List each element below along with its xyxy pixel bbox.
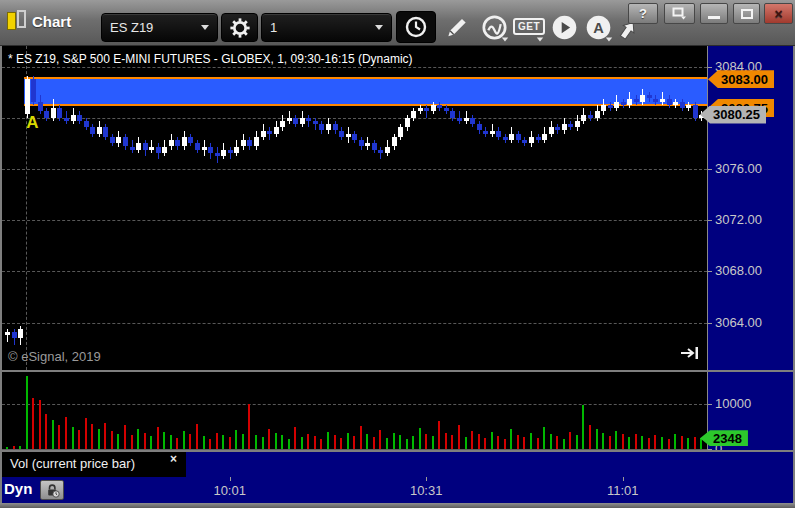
volume-bar (510, 429, 512, 449)
volume-bar (52, 420, 54, 449)
candle-body (319, 124, 324, 130)
candle-body (647, 95, 652, 98)
volume-bar (144, 433, 146, 449)
volume-bar (465, 437, 467, 449)
volume-bar (504, 439, 506, 449)
volume-bar (648, 438, 650, 449)
volume-bar (111, 431, 113, 449)
volume-bar (360, 426, 362, 449)
volume-bar (117, 434, 119, 450)
volume-bar (458, 425, 460, 449)
line-study-button[interactable] (478, 12, 510, 42)
candle-body (136, 143, 141, 149)
chart-window: Chart ES Z19 1 (0, 0, 795, 508)
candle-body (359, 140, 364, 146)
chart-marker[interactable]: A (26, 113, 38, 133)
lock-clock-icon (45, 483, 60, 498)
help-button[interactable]: ? (628, 3, 658, 24)
volume-bar (216, 433, 218, 449)
volume-bar (576, 435, 578, 449)
candle-body (522, 140, 527, 143)
interval-dropdown[interactable]: 1 (261, 13, 392, 42)
candle-body (208, 147, 213, 153)
goto-latest-button[interactable] (680, 346, 700, 364)
gear-icon (229, 17, 251, 39)
maximize-button[interactable] (733, 3, 760, 24)
candle-body (490, 131, 495, 134)
pencil-icon (444, 14, 470, 40)
volume-bar (268, 429, 270, 449)
price-axis-tick (708, 169, 712, 170)
candle-body (175, 140, 180, 146)
volume-bar (569, 432, 571, 449)
volume-bar (353, 436, 355, 449)
price-axis-tick (708, 323, 712, 324)
copyright-text: © eSignal, 2019 (8, 349, 101, 364)
volume-bar (635, 434, 637, 450)
candle-body (378, 150, 383, 153)
candle-body (280, 121, 285, 127)
volume-bar (131, 435, 133, 449)
volume-bar (248, 404, 250, 449)
candle-body (71, 115, 76, 121)
volume-bar (189, 434, 191, 449)
get-data-button[interactable]: GET (513, 12, 545, 42)
candle-body (431, 105, 436, 111)
candle-body (680, 102, 685, 108)
minimize-icon (708, 16, 720, 19)
price-axis[interactable]: 3084.003076.003072.003068.003064.003083.… (707, 46, 793, 370)
candle-body (247, 140, 252, 146)
title-bar[interactable]: Chart ES Z19 1 (0, 0, 795, 46)
symbol-dropdown[interactable]: ES Z19 (101, 13, 218, 42)
time-tick-label: 11:01 (601, 483, 645, 498)
volume-bar (307, 434, 309, 450)
volume-axis[interactable]: 1000002348 (707, 372, 793, 450)
popout-button[interactable] (664, 3, 695, 24)
chart-window-icon-bar (7, 12, 16, 30)
candle-body (38, 102, 43, 112)
time-axis[interactable]: Dyn 10:0110:3111:01 (2, 477, 793, 503)
alert-button[interactable]: A (582, 12, 614, 42)
replay-button[interactable] (548, 12, 580, 42)
close-button[interactable]: × (764, 3, 793, 24)
price-pane[interactable]: * ES Z19, S&P 500 E-MINI FUTURES - GLOBE… (2, 46, 707, 370)
time-tick-label: 10:31 (404, 483, 448, 498)
volume-bar (582, 405, 584, 449)
candle-body (51, 108, 56, 118)
volume-badge-green: 2348 (700, 430, 748, 446)
candle-body (12, 332, 17, 338)
draw-tool-button[interactable] (441, 12, 473, 42)
candle-body (640, 95, 645, 101)
candle-body (202, 147, 207, 150)
candle-body (608, 105, 613, 108)
volume-bar (91, 424, 93, 450)
volume-bar (203, 436, 205, 449)
lock-button[interactable] (40, 480, 64, 500)
candle-body (31, 79, 36, 101)
candle-body (503, 137, 508, 140)
volume-pane[interactable] (2, 372, 707, 450)
volume-bar (393, 433, 395, 449)
close-icon[interactable]: × (170, 452, 177, 466)
volume-bar (523, 437, 525, 449)
time-interval-button[interactable] (396, 11, 436, 43)
minimize-button[interactable] (700, 3, 728, 24)
candle-body (477, 124, 482, 130)
candle-body (450, 111, 455, 117)
volume-bar (340, 438, 342, 449)
price-axis-label: 3064.00 (715, 315, 762, 330)
volume-bar (543, 427, 545, 449)
popout-icon (672, 7, 687, 20)
volume-bar (301, 437, 303, 449)
volume-bar (262, 437, 264, 449)
candle-body (5, 332, 10, 335)
volume-bar (98, 429, 100, 449)
volume-bar (451, 435, 453, 449)
candle-body (261, 131, 266, 137)
volume-axis-tick (708, 404, 712, 405)
mode-button[interactable]: Dyn (4, 480, 32, 497)
scrollbar-track[interactable] (186, 452, 793, 477)
settings-button[interactable] (221, 13, 258, 42)
candle-body (313, 121, 318, 124)
volume-bar (681, 436, 683, 449)
